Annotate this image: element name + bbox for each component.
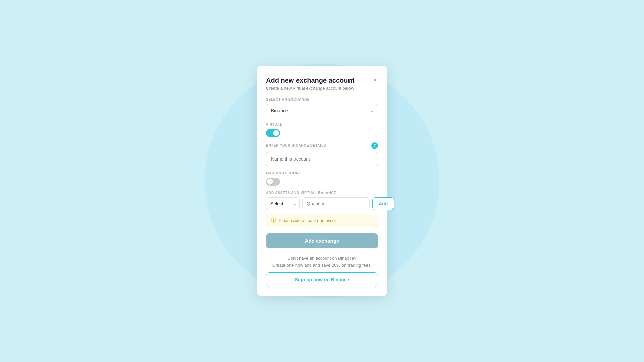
exchange-select[interactable]: Binance Coinbase Kraken Bitfinex [266, 104, 378, 117]
warning-icon: ⓘ [271, 217, 276, 224]
close-button[interactable]: × [372, 76, 378, 84]
warning-box: ⓘ Please add at least one asset [266, 214, 378, 227]
margin-toggle-row [266, 178, 378, 186]
virtual-toggle-thumb [273, 130, 279, 136]
add-exchange-button[interactable]: Add exchange [266, 233, 378, 248]
promo-section: Don't have an account on Binance? Create… [266, 255, 378, 287]
virtual-label: VIRTUAL [266, 123, 378, 126]
promo-line1: Don't have an account on Binance? [288, 256, 357, 261]
margin-toggle-thumb [267, 179, 273, 185]
modal-title-group: Add new exchange account Create a new vi… [266, 76, 354, 91]
margin-account-toggle[interactable] [266, 178, 280, 186]
virtual-toggle-row [266, 129, 378, 137]
help-icon[interactable]: ? [371, 142, 378, 149]
modal-subtitle: Create a new virtual exchange account be… [266, 86, 354, 91]
exchange-select-wrapper: Binance Coinbase Kraken Bitfinex ⌄ [266, 104, 378, 117]
binance-details-label: ENTER YOUR BINANCE DETAILS [266, 144, 326, 147]
margin-account-label: MARGIN ACCOUNT [266, 171, 378, 175]
select-exchange-label: SELECT AN EXCHANGE [266, 98, 378, 101]
virtual-toggle[interactable] [266, 129, 280, 137]
asset-select[interactable]: Select BTC ETH USDT BNB [266, 197, 300, 210]
promo-text: Don't have an account on Binance? Create… [266, 255, 378, 269]
asset-row: Select BTC ETH USDT BNB ⌄ Add [266, 197, 378, 210]
signup-button[interactable]: Sign up now on Binance [266, 272, 378, 287]
account-name-input[interactable] [266, 152, 378, 166]
add-asset-button[interactable]: Add [372, 197, 394, 210]
modal-header: Add new exchange account Create a new vi… [266, 76, 378, 91]
asset-select-wrapper: Select BTC ETH USDT BNB ⌄ [266, 197, 300, 210]
warning-text: Please add at least one asset [279, 218, 336, 223]
add-exchange-modal: Add new exchange account Create a new vi… [257, 66, 387, 297]
binance-details-header: ENTER YOUR BINANCE DETAILS ? [266, 142, 378, 149]
promo-line2: Create one now and and save 20% on tradi… [272, 263, 372, 268]
modal-title: Add new exchange account [266, 76, 354, 84]
quantity-input[interactable] [302, 197, 370, 210]
assets-label: ADD ASSETS AND VIRTUAL BALANCE [266, 191, 378, 195]
